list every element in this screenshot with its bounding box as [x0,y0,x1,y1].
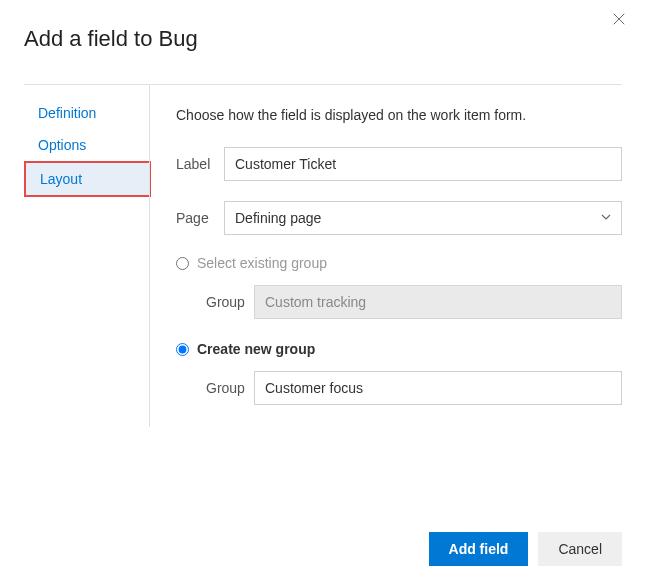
dialog-title: Add a field to Bug [24,26,622,52]
label-input[interactable] [224,147,622,181]
new-group-radio-label: Create new group [197,341,315,357]
existing-group-radio-label: Select existing group [197,255,327,271]
sidebar-item-layout[interactable]: Layout [24,161,151,197]
label-field-label: Label [176,156,224,172]
intro-text: Choose how the field is displayed on the… [176,107,622,123]
cancel-button[interactable]: Cancel [538,532,622,566]
page-dropdown[interactable] [224,201,622,235]
sidebar: Definition Options Layout [24,85,149,427]
close-button[interactable] [612,12,628,28]
page-dropdown-value[interactable] [224,201,622,235]
close-icon [612,12,626,26]
existing-group-label: Group [206,294,254,310]
new-group-label: Group [206,380,254,396]
new-group-radio[interactable] [176,343,189,356]
existing-group-input [254,285,622,319]
existing-group-radio[interactable] [176,257,189,270]
sidebar-item-definition[interactable]: Definition [24,97,149,129]
new-group-input[interactable] [254,371,622,405]
add-field-button[interactable]: Add field [429,532,529,566]
dialog-footer: Add field Cancel [429,532,622,566]
sidebar-item-options[interactable]: Options [24,129,149,161]
content-pane: Choose how the field is displayed on the… [150,85,622,427]
page-field-label: Page [176,210,224,226]
